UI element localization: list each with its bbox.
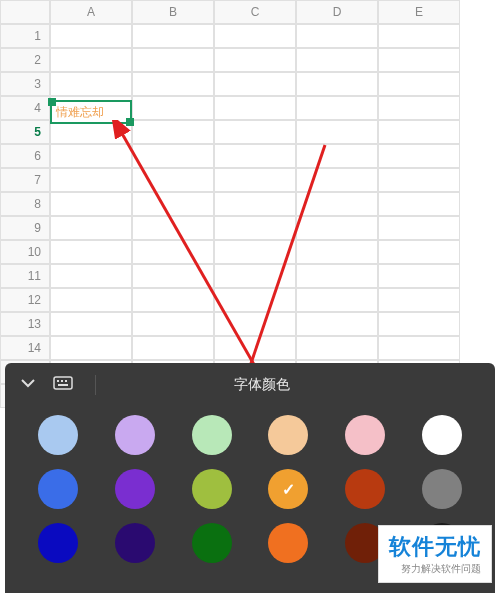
row-header[interactable]: 6 (0, 144, 50, 168)
cell[interactable] (296, 48, 378, 72)
color-swatch[interactable] (38, 469, 78, 509)
row-header[interactable]: 11 (0, 264, 50, 288)
watermark-main: 软件无忧 (389, 532, 481, 562)
color-swatch[interactable] (192, 523, 232, 563)
cell[interactable] (50, 48, 132, 72)
selection-handle-tl[interactable] (48, 98, 56, 106)
row-header[interactable]: 14 (0, 336, 50, 360)
cell-text: 情难忘却 (56, 104, 104, 121)
cell[interactable] (296, 96, 378, 120)
color-swatch[interactable] (38, 523, 78, 563)
row-header[interactable]: 9 (0, 216, 50, 240)
cell[interactable] (132, 24, 214, 48)
color-swatch[interactable] (115, 469, 155, 509)
cell[interactable] (50, 24, 132, 48)
cell[interactable] (378, 96, 460, 120)
row-header[interactable]: 3 (0, 72, 50, 96)
cell[interactable] (378, 48, 460, 72)
row-header[interactable]: 8 (0, 192, 50, 216)
color-swatch[interactable] (345, 469, 385, 509)
col-header[interactable]: E (378, 0, 460, 24)
cell[interactable] (50, 72, 132, 96)
panel-title: 字体颜色 (42, 376, 481, 394)
cell[interactable] (378, 312, 460, 336)
color-swatch[interactable] (115, 415, 155, 455)
cell[interactable] (378, 72, 460, 96)
row-header[interactable]: 5 (0, 120, 50, 144)
corner-cell (0, 0, 50, 24)
cell[interactable] (214, 96, 296, 120)
watermark: 软件无忧 努力解决软件问题 (378, 525, 492, 583)
watermark-sub: 努力解决软件问题 (389, 562, 481, 576)
cell[interactable] (378, 120, 460, 144)
cell[interactable] (132, 48, 214, 72)
cell[interactable] (378, 144, 460, 168)
cell[interactable] (132, 72, 214, 96)
row-header[interactable]: 2 (0, 48, 50, 72)
row-header[interactable]: 12 (0, 288, 50, 312)
cell[interactable] (378, 192, 460, 216)
color-swatch[interactable] (192, 415, 232, 455)
color-swatch[interactable] (268, 469, 308, 509)
collapse-icon[interactable] (19, 374, 37, 396)
color-swatch[interactable] (345, 415, 385, 455)
color-swatch[interactable] (38, 415, 78, 455)
cell[interactable] (378, 288, 460, 312)
color-swatch[interactable] (192, 469, 232, 509)
cell[interactable] (378, 264, 460, 288)
cell[interactable] (214, 72, 296, 96)
cell[interactable] (378, 216, 460, 240)
row-header[interactable]: 13 (0, 312, 50, 336)
cell[interactable] (296, 72, 378, 96)
row-header[interactable]: 7 (0, 168, 50, 192)
panel-header: 字体颜色 (5, 363, 495, 407)
row-header[interactable]: 4 (0, 96, 50, 120)
cell[interactable] (214, 48, 296, 72)
col-header[interactable]: C (214, 0, 296, 24)
color-swatch[interactable] (115, 523, 155, 563)
color-swatch[interactable] (268, 523, 308, 563)
cell[interactable] (378, 240, 460, 264)
color-swatch[interactable] (422, 469, 462, 509)
cell[interactable] (378, 24, 460, 48)
row-header[interactable]: 10 (0, 240, 50, 264)
color-swatch[interactable] (422, 415, 462, 455)
col-header[interactable]: B (132, 0, 214, 24)
col-header[interactable]: A (50, 0, 132, 24)
cell[interactable] (296, 24, 378, 48)
cell[interactable] (214, 24, 296, 48)
cell[interactable] (132, 96, 214, 120)
cell[interactable] (378, 168, 460, 192)
col-header[interactable]: D (296, 0, 378, 24)
cell[interactable] (378, 336, 460, 360)
row-header[interactable]: 1 (0, 24, 50, 48)
color-swatch[interactable] (268, 415, 308, 455)
